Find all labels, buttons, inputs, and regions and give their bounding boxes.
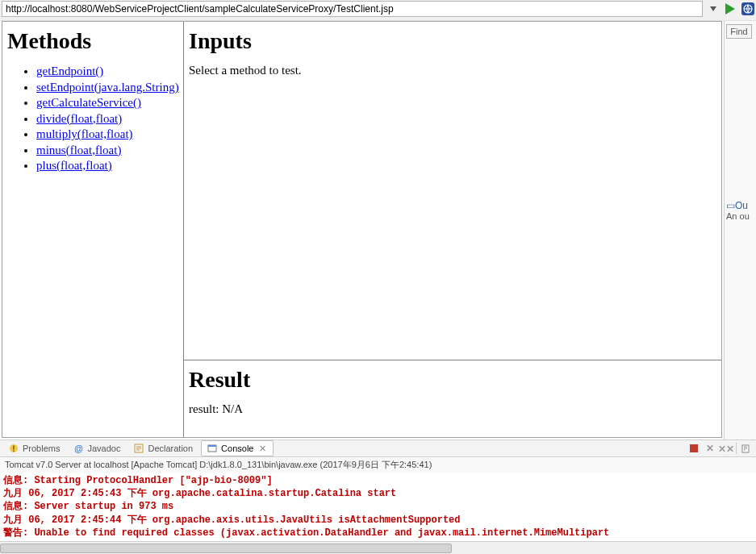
method-item: getCalculateService() [36, 95, 178, 111]
remove-all-icon[interactable]: ⨯⨯ [720, 442, 733, 455]
tab-javadoc[interactable]: @ Javadoc [68, 441, 125, 456]
remove-launch-icon[interactable]: ✕ [704, 442, 716, 455]
method-link[interactable]: getEndpoint() [36, 65, 103, 77]
tab-console[interactable]: Console ✕ [201, 440, 274, 456]
result-pane: Result result: N/A [184, 360, 721, 437]
console-line: 警告: Unable to find required classes (jav… [3, 527, 753, 539]
right-sidebar: Find ▭Ou An ou [724, 21, 756, 439]
go-icon[interactable] [724, 2, 737, 15]
method-item: getEndpoint() [36, 64, 178, 80]
views-tabbar: Problems @ Javadoc Declaration Console ✕… [0, 439, 756, 457]
method-link[interactable]: setEndpoint(java.lang.String) [36, 81, 179, 94]
javadoc-icon: @ [73, 443, 84, 454]
method-item: divide(float,float) [36, 111, 178, 127]
clear-console-icon[interactable] [740, 442, 753, 455]
method-item: multiply(float,float) [36, 127, 178, 143]
svg-rect-6 [690, 444, 698, 452]
console-output[interactable]: 信息: Starting ProtocolHandler ["ajp-bio-8… [0, 473, 756, 541]
url-dropdown-icon[interactable] [708, 1, 719, 17]
inputs-heading: Inputs [189, 28, 716, 54]
outline-icon[interactable]: ▭Ou [726, 200, 754, 211]
methods-heading: Methods [7, 28, 178, 54]
tab-declaration[interactable]: Declaration [128, 441, 198, 456]
method-link[interactable]: getCalculateService() [36, 96, 141, 109]
tab-label: Problems [23, 444, 60, 453]
inputs-pane: Inputs Select a method to test. [184, 22, 721, 360]
browser-frame: Methods getEndpoint() setEndpoint(java.l… [2, 21, 722, 438]
url-input[interactable] [2, 1, 703, 17]
svg-rect-5 [208, 445, 216, 447]
close-icon[interactable]: ✕ [257, 443, 268, 454]
method-item: minus(float,float) [36, 143, 178, 159]
method-link[interactable]: divide(float,float) [36, 112, 122, 125]
browser-globe-icon[interactable] [741, 2, 754, 15]
horizontal-scrollbar[interactable] [0, 541, 756, 554]
console-line: 九月 06, 2017 2:45:44 下午 org.apache.axis.u… [3, 514, 753, 527]
tab-label: Javadoc [87, 444, 120, 453]
console-line: 九月 06, 2017 2:45:43 下午 org.apache.catali… [3, 487, 753, 500]
result-heading: Result [189, 367, 716, 393]
find-button[interactable]: Find [726, 24, 752, 39]
method-item: setEndpoint(java.lang.String) [36, 80, 178, 96]
declaration-icon [133, 443, 144, 454]
console-line: 信息: Starting ProtocolHandler ["ajp-bio-8… [3, 474, 753, 487]
tab-label: Console [221, 444, 253, 453]
url-bar [0, 0, 756, 21]
console-title: Tomcat v7.0 Server at localhost [Apache … [0, 457, 756, 473]
scrollbar-thumb[interactable] [0, 544, 452, 553]
tab-label: Declaration [148, 444, 193, 453]
console-line: 信息: Server startup in 973 ms [3, 500, 753, 513]
method-link[interactable]: minus(float,float) [36, 144, 121, 156]
content-area: Methods getEndpoint() setEndpoint(java.l… [0, 21, 756, 439]
methods-pane: Methods getEndpoint() setEndpoint(java.l… [2, 22, 184, 437]
result-text: result: N/A [189, 402, 716, 416]
problems-icon [8, 443, 19, 454]
methods-list: getEndpoint() setEndpoint(java.lang.Stri… [7, 64, 178, 174]
method-link[interactable]: multiply(float,float) [36, 127, 133, 140]
inputs-text: Select a method to test. [189, 64, 716, 77]
tab-problems[interactable]: Problems [3, 441, 65, 456]
right-pane: Inputs Select a method to test. Result r… [184, 22, 721, 437]
console-icon [207, 443, 218, 454]
terminate-icon[interactable] [687, 442, 700, 455]
method-link[interactable]: plus(float,float) [36, 159, 112, 172]
outline-text: An ou [726, 211, 754, 221]
method-item: plus(float,float) [36, 158, 178, 174]
